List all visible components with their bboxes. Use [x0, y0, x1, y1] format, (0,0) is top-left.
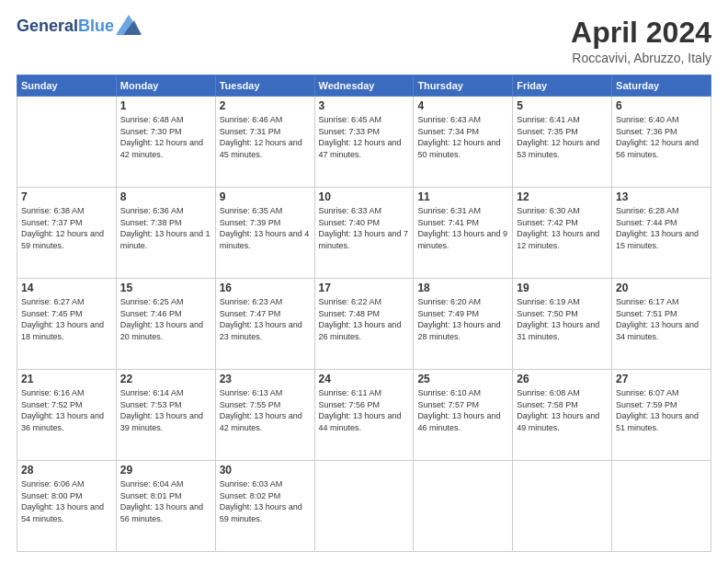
day-info: Sunrise: 6:36 AM Sunset: 7:38 PM Dayligh… — [120, 205, 211, 251]
day-info: Sunrise: 6:33 AM Sunset: 7:40 PM Dayligh… — [319, 205, 410, 251]
day-cell-w0-d0 — [17, 97, 117, 188]
day-cell-w1-d5: 12 Sunrise: 6:30 AM Sunset: 7:42 PM Dayl… — [513, 188, 612, 279]
header-wednesday: Wednesday — [314, 75, 414, 97]
day-number: 23 — [220, 373, 311, 385]
header-saturday: Saturday — [612, 75, 711, 97]
day-info: Sunrise: 6:08 AM Sunset: 7:58 PM Dayligh… — [517, 387, 608, 433]
day-cell-w2-d1: 15 Sunrise: 6:25 AM Sunset: 7:46 PM Dayl… — [116, 279, 215, 370]
day-number: 15 — [120, 282, 211, 294]
page: GeneralBlue April 2024 Roccavivi, Abruzz… — [0, 0, 728, 563]
day-cell-w4-d5 — [513, 461, 612, 552]
day-info: Sunrise: 6:16 AM Sunset: 7:52 PM Dayligh… — [21, 387, 112, 433]
day-number: 11 — [417, 190, 508, 203]
week-row-4: 28 Sunrise: 6:06 AM Sunset: 8:00 PM Dayl… — [17, 461, 711, 552]
day-cell-w0-d1: 1 Sunrise: 6:48 AM Sunset: 7:30 PM Dayli… — [116, 97, 215, 188]
logo-icon — [116, 15, 142, 35]
day-cell-w0-d3: 3 Sunrise: 6:45 AM Sunset: 7:33 PM Dayli… — [314, 97, 414, 188]
day-number: 16 — [220, 282, 311, 294]
header-friday: Friday — [513, 75, 612, 97]
day-cell-w0-d2: 2 Sunrise: 6:46 AM Sunset: 7:31 PM Dayli… — [215, 97, 314, 188]
week-row-2: 14 Sunrise: 6:27 AM Sunset: 7:45 PM Dayl… — [17, 279, 711, 370]
day-info: Sunrise: 6:10 AM Sunset: 7:57 PM Dayligh… — [417, 387, 508, 433]
day-cell-w3-d2: 23 Sunrise: 6:13 AM Sunset: 7:55 PM Dayl… — [215, 370, 314, 461]
day-info: Sunrise: 6:25 AM Sunset: 7:46 PM Dayligh… — [120, 296, 211, 342]
day-number: 22 — [120, 373, 211, 385]
day-cell-w3-d5: 26 Sunrise: 6:08 AM Sunset: 7:58 PM Dayl… — [513, 370, 612, 461]
day-cell-w0-d5: 5 Sunrise: 6:41 AM Sunset: 7:35 PM Dayli… — [513, 97, 612, 188]
day-cell-w3-d6: 27 Sunrise: 6:07 AM Sunset: 7:59 PM Dayl… — [612, 370, 711, 461]
day-number: 12 — [517, 190, 608, 203]
day-cell-w3-d4: 25 Sunrise: 6:10 AM Sunset: 7:57 PM Dayl… — [414, 370, 513, 461]
day-number: 9 — [220, 190, 311, 203]
day-cell-w4-d6 — [612, 461, 711, 552]
day-info: Sunrise: 6:27 AM Sunset: 7:45 PM Dayligh… — [21, 296, 112, 342]
day-cell-w4-d0: 28 Sunrise: 6:06 AM Sunset: 8:00 PM Dayl… — [17, 461, 117, 552]
day-cell-w2-d6: 20 Sunrise: 6:17 AM Sunset: 7:51 PM Dayl… — [612, 279, 711, 370]
day-cell-w0-d4: 4 Sunrise: 6:43 AM Sunset: 7:34 PM Dayli… — [414, 97, 513, 188]
day-info: Sunrise: 6:43 AM Sunset: 7:34 PM Dayligh… — [417, 114, 508, 160]
day-info: Sunrise: 6:06 AM Sunset: 8:00 PM Dayligh… — [21, 478, 112, 524]
day-number: 10 — [319, 190, 410, 203]
header: GeneralBlue April 2024 Roccavivi, Abruzz… — [17, 17, 711, 65]
day-cell-w2-d4: 18 Sunrise: 6:20 AM Sunset: 7:49 PM Dayl… — [414, 279, 513, 370]
day-cell-w2-d0: 14 Sunrise: 6:27 AM Sunset: 7:45 PM Dayl… — [17, 279, 117, 370]
week-row-0: 1 Sunrise: 6:48 AM Sunset: 7:30 PM Dayli… — [17, 97, 711, 188]
weekday-header-row: Sunday Monday Tuesday Wednesday Thursday… — [17, 75, 711, 97]
day-number: 20 — [616, 282, 707, 294]
day-number: 24 — [319, 373, 410, 385]
day-number: 25 — [417, 373, 508, 385]
day-info: Sunrise: 6:23 AM Sunset: 7:47 PM Dayligh… — [220, 296, 311, 342]
logo-text: GeneralBlue — [17, 17, 114, 36]
day-number: 13 — [616, 190, 707, 203]
day-cell-w0-d6: 6 Sunrise: 6:40 AM Sunset: 7:36 PM Dayli… — [612, 97, 711, 188]
day-number: 6 — [616, 99, 707, 112]
day-info: Sunrise: 6:07 AM Sunset: 7:59 PM Dayligh… — [616, 387, 707, 433]
day-number: 19 — [517, 282, 608, 294]
logo: GeneralBlue — [17, 17, 142, 37]
day-info: Sunrise: 6:41 AM Sunset: 7:35 PM Dayligh… — [517, 114, 608, 160]
day-cell-w3-d3: 24 Sunrise: 6:11 AM Sunset: 7:56 PM Dayl… — [314, 370, 414, 461]
day-info: Sunrise: 6:17 AM Sunset: 7:51 PM Dayligh… — [616, 296, 707, 342]
day-number: 7 — [21, 190, 112, 203]
header-thursday: Thursday — [414, 75, 513, 97]
day-cell-w1-d4: 11 Sunrise: 6:31 AM Sunset: 7:41 PM Dayl… — [414, 188, 513, 279]
day-number: 4 — [417, 99, 508, 112]
day-number: 8 — [120, 190, 211, 203]
week-row-3: 21 Sunrise: 6:16 AM Sunset: 7:52 PM Dayl… — [17, 370, 711, 461]
day-cell-w1-d1: 8 Sunrise: 6:36 AM Sunset: 7:38 PM Dayli… — [116, 188, 215, 279]
day-number: 1 — [120, 99, 211, 112]
day-cell-w2-d5: 19 Sunrise: 6:19 AM Sunset: 7:50 PM Dayl… — [513, 279, 612, 370]
day-number: 17 — [319, 282, 410, 294]
header-tuesday: Tuesday — [215, 75, 314, 97]
day-cell-w3-d0: 21 Sunrise: 6:16 AM Sunset: 7:52 PM Dayl… — [17, 370, 117, 461]
day-info: Sunrise: 6:11 AM Sunset: 7:56 PM Dayligh… — [319, 387, 410, 433]
day-number: 5 — [517, 99, 608, 112]
title-section: April 2024 Roccavivi, Abruzzo, Italy — [571, 17, 711, 65]
day-cell-w2-d3: 17 Sunrise: 6:22 AM Sunset: 7:48 PM Dayl… — [314, 279, 414, 370]
location: Roccavivi, Abruzzo, Italy — [571, 51, 711, 65]
day-cell-w1-d2: 9 Sunrise: 6:35 AM Sunset: 7:39 PM Dayli… — [215, 188, 314, 279]
day-info: Sunrise: 6:03 AM Sunset: 8:02 PM Dayligh… — [220, 478, 311, 524]
day-cell-w4-d4 — [414, 461, 513, 552]
day-info: Sunrise: 6:35 AM Sunset: 7:39 PM Dayligh… — [220, 205, 311, 251]
day-info: Sunrise: 6:13 AM Sunset: 7:55 PM Dayligh… — [220, 387, 311, 433]
day-info: Sunrise: 6:48 AM Sunset: 7:30 PM Dayligh… — [120, 114, 211, 160]
day-number: 3 — [319, 99, 410, 112]
day-info: Sunrise: 6:04 AM Sunset: 8:01 PM Dayligh… — [120, 478, 211, 524]
day-info: Sunrise: 6:28 AM Sunset: 7:44 PM Dayligh… — [616, 205, 707, 251]
day-info: Sunrise: 6:38 AM Sunset: 7:37 PM Dayligh… — [21, 205, 112, 251]
day-number: 26 — [517, 373, 608, 385]
month-title: April 2024 — [571, 17, 711, 49]
day-cell-w3-d1: 22 Sunrise: 6:14 AM Sunset: 7:53 PM Dayl… — [116, 370, 215, 461]
day-number: 21 — [21, 373, 112, 385]
day-number: 28 — [21, 464, 112, 477]
day-number: 29 — [120, 464, 211, 477]
header-sunday: Sunday — [17, 75, 117, 97]
day-number: 2 — [220, 99, 311, 112]
day-info: Sunrise: 6:31 AM Sunset: 7:41 PM Dayligh… — [417, 205, 508, 251]
day-info: Sunrise: 6:14 AM Sunset: 7:53 PM Dayligh… — [120, 387, 211, 433]
day-cell-w4-d3 — [314, 461, 414, 552]
day-number: 30 — [220, 464, 311, 477]
day-cell-w1-d3: 10 Sunrise: 6:33 AM Sunset: 7:40 PM Dayl… — [314, 188, 414, 279]
day-info: Sunrise: 6:45 AM Sunset: 7:33 PM Dayligh… — [319, 114, 410, 160]
